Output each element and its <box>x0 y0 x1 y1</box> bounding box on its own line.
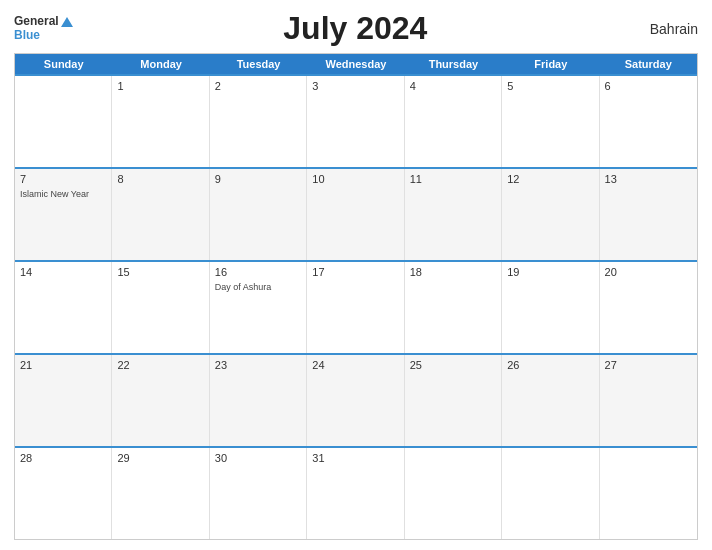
day-number: 22 <box>117 359 203 371</box>
day-cell: 16Day of Ashura <box>210 262 307 353</box>
day-cell: 24 <box>307 355 404 446</box>
calendar-title: July 2024 <box>73 10 638 47</box>
day-number: 27 <box>605 359 692 371</box>
day-cell: 0 <box>502 448 599 539</box>
day-cell: 6 <box>600 76 697 167</box>
logo-blue-text: Blue <box>14 29 40 42</box>
day-header-tuesday: Tuesday <box>210 54 307 74</box>
day-cell: 9 <box>210 169 307 260</box>
day-number: 11 <box>410 173 496 185</box>
logo-triangle-icon <box>61 17 73 27</box>
calendar-page: General Blue July 2024 Bahrain Sunday Mo… <box>0 0 712 550</box>
day-number: 0 <box>507 452 593 464</box>
day-cell: 12 <box>502 169 599 260</box>
day-number: 7 <box>20 173 106 185</box>
day-number: 2 <box>215 80 301 92</box>
day-number: 1 <box>117 80 203 92</box>
day-cell: 3 <box>307 76 404 167</box>
day-cell: 23 <box>210 355 307 446</box>
day-cell: 17 <box>307 262 404 353</box>
day-header-wednesday: Wednesday <box>307 54 404 74</box>
day-cell: 26 <box>502 355 599 446</box>
logo-general-text: General <box>14 15 59 28</box>
day-cell: 5 <box>502 76 599 167</box>
week-row-5: 28293031000 <box>15 446 697 539</box>
day-number: 0 <box>410 452 496 464</box>
calendar-grid: Sunday Monday Tuesday Wednesday Thursday… <box>14 53 698 540</box>
day-number: 20 <box>605 266 692 278</box>
day-number: 6 <box>605 80 692 92</box>
day-number: 8 <box>117 173 203 185</box>
day-cell: 28 <box>15 448 112 539</box>
day-number: 12 <box>507 173 593 185</box>
day-number: 31 <box>312 452 398 464</box>
day-number: 19 <box>507 266 593 278</box>
day-header-thursday: Thursday <box>405 54 502 74</box>
day-number: 25 <box>410 359 496 371</box>
country-label: Bahrain <box>638 21 698 37</box>
day-cell: 21 <box>15 355 112 446</box>
day-number: 15 <box>117 266 203 278</box>
day-cell: 14 <box>15 262 112 353</box>
day-number: 30 <box>215 452 301 464</box>
day-cell: 0 <box>405 448 502 539</box>
day-cell: 8 <box>112 169 209 260</box>
week-row-1: 0123456 <box>15 74 697 167</box>
day-number: 0 <box>605 452 692 464</box>
day-number: 14 <box>20 266 106 278</box>
day-cell: 20 <box>600 262 697 353</box>
day-cell: 0 <box>600 448 697 539</box>
day-number: 26 <box>507 359 593 371</box>
day-cell: 11 <box>405 169 502 260</box>
week-row-3: 141516Day of Ashura17181920 <box>15 260 697 353</box>
day-cell: 15 <box>112 262 209 353</box>
day-number: 29 <box>117 452 203 464</box>
day-cell: 2 <box>210 76 307 167</box>
day-cell: 27 <box>600 355 697 446</box>
day-number: 28 <box>20 452 106 464</box>
day-number: 24 <box>312 359 398 371</box>
day-cell: 1 <box>112 76 209 167</box>
day-cell: 4 <box>405 76 502 167</box>
day-cell: 7Islamic New Year <box>15 169 112 260</box>
days-header-row: Sunday Monday Tuesday Wednesday Thursday… <box>15 54 697 74</box>
week-row-4: 21222324252627 <box>15 353 697 446</box>
day-number: 5 <box>507 80 593 92</box>
day-header-friday: Friday <box>502 54 599 74</box>
day-cell: 18 <box>405 262 502 353</box>
day-cell: 13 <box>600 169 697 260</box>
day-number: 17 <box>312 266 398 278</box>
day-cell: 25 <box>405 355 502 446</box>
day-cell: 30 <box>210 448 307 539</box>
day-number: 23 <box>215 359 301 371</box>
day-number: 10 <box>312 173 398 185</box>
day-header-monday: Monday <box>112 54 209 74</box>
day-number: 9 <box>215 173 301 185</box>
day-header-sunday: Sunday <box>15 54 112 74</box>
week-row-2: 7Islamic New Year8910111213 <box>15 167 697 260</box>
weeks-container: 01234567Islamic New Year8910111213141516… <box>15 74 697 539</box>
day-number: 18 <box>410 266 496 278</box>
day-cell: 22 <box>112 355 209 446</box>
day-header-saturday: Saturday <box>600 54 697 74</box>
event-label: Day of Ashura <box>215 282 301 293</box>
day-cell: 10 <box>307 169 404 260</box>
day-cell: 29 <box>112 448 209 539</box>
day-number: 21 <box>20 359 106 371</box>
page-header: General Blue July 2024 Bahrain <box>14 10 698 47</box>
day-number: 16 <box>215 266 301 278</box>
day-number: 0 <box>20 80 106 92</box>
day-number: 3 <box>312 80 398 92</box>
day-cell: 31 <box>307 448 404 539</box>
logo: General Blue <box>14 15 73 41</box>
day-number: 4 <box>410 80 496 92</box>
day-cell: 0 <box>15 76 112 167</box>
event-label: Islamic New Year <box>20 189 106 200</box>
day-cell: 19 <box>502 262 599 353</box>
day-number: 13 <box>605 173 692 185</box>
